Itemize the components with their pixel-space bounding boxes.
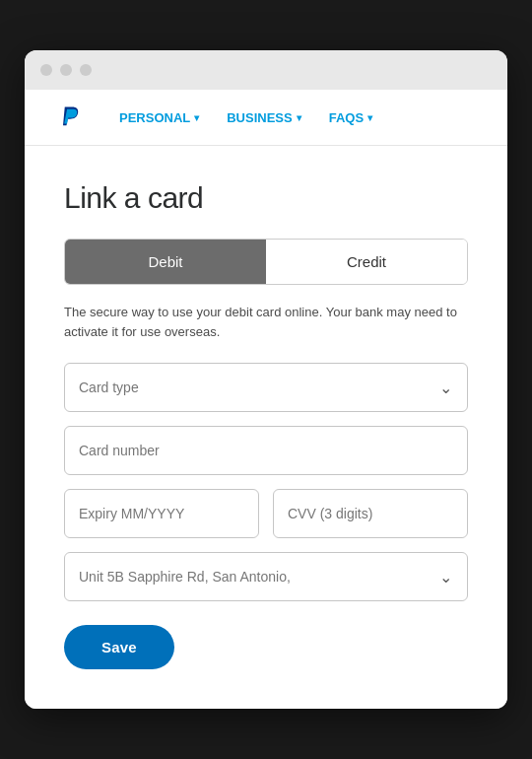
paypal-logo: [56, 104, 84, 131]
chevron-down-icon: ▾: [367, 112, 372, 123]
card-type-tabs: Debit Credit: [64, 239, 468, 285]
expiry-input[interactable]: [64, 489, 259, 538]
address-field-group: ⌄: [64, 552, 468, 601]
card-type-field-group: ⌄: [64, 363, 468, 412]
save-button[interactable]: Save: [64, 625, 174, 669]
window-dot-red: [40, 64, 52, 76]
expiry-cvv-row: [64, 489, 468, 552]
cvv-field-group: [273, 489, 468, 538]
main-content: Link a card Debit Credit The secure way …: [25, 146, 507, 709]
chevron-down-icon: ▾: [297, 112, 301, 123]
card-type-input[interactable]: [64, 363, 468, 412]
window-dot-green: [80, 64, 92, 76]
expiry-field-group: [64, 489, 259, 538]
nav-item-business[interactable]: BUSINESS ▾: [227, 110, 300, 125]
tab-credit[interactable]: Credit: [266, 240, 467, 284]
chevron-down-icon: ▾: [194, 112, 199, 123]
card-number-field-group: [64, 426, 468, 475]
page-title: Link a card: [64, 181, 468, 215]
window-dot-yellow: [60, 64, 72, 76]
nav-item-faqs[interactable]: FAQS ▾: [329, 110, 372, 125]
browser-window: PERSONAL ▾ BUSINESS ▾ FAQS ▾ Link a card…: [25, 50, 507, 709]
tab-debit[interactable]: Debit: [65, 240, 266, 284]
address-input[interactable]: [64, 552, 468, 601]
cvv-input[interactable]: [273, 489, 468, 538]
titlebar: [25, 50, 507, 90]
navbar: PERSONAL ▾ BUSINESS ▾ FAQS ▾: [25, 90, 507, 146]
description-text: The secure way to use your debit card on…: [64, 303, 468, 341]
card-number-input[interactable]: [64, 426, 468, 475]
nav-item-personal[interactable]: PERSONAL ▾: [119, 110, 199, 125]
